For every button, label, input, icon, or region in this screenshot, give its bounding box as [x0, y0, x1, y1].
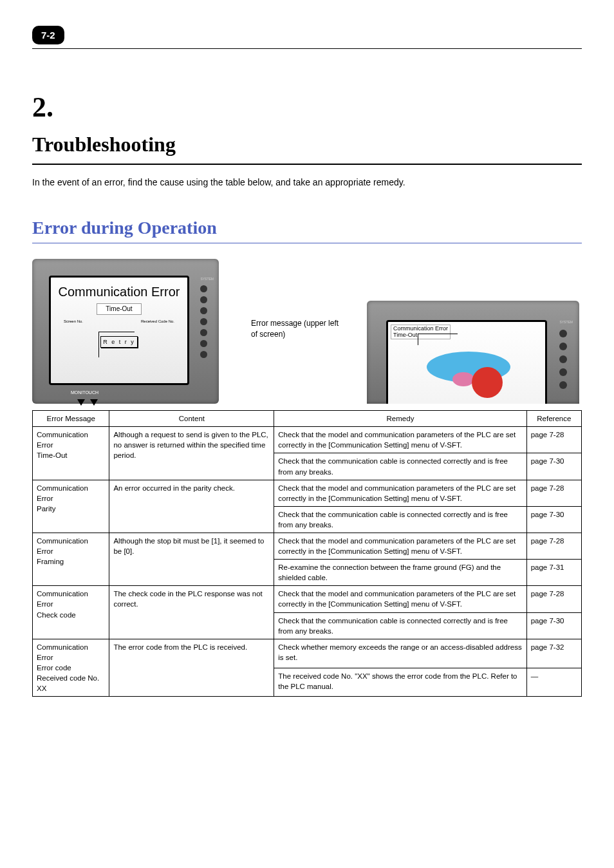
section-title: Error during Operation: [32, 215, 582, 243]
cell-error-message: Communication Error Check code: [33, 586, 109, 639]
chapter-block: 2. Troubleshooting In the event of an er…: [32, 88, 582, 189]
timeout-box: Time-Out: [97, 303, 142, 315]
th-error-message: Error Message: [33, 411, 109, 427]
callout-line-icon: [98, 332, 135, 357]
side-button-icon[interactable]: [559, 381, 567, 389]
table-row: Communication Error Error code Received …: [33, 639, 582, 668]
cell-remedy: Check that the communication cable is co…: [274, 453, 526, 480]
cell-remedy: Check that the model and communication p…: [274, 586, 526, 612]
side-button-icon[interactable]: [200, 351, 207, 358]
cell-reference: —: [526, 668, 581, 697]
cell-error-message: Communication Error Parity: [33, 480, 109, 533]
cell-reference: page 7-31: [526, 560, 581, 586]
device-right: Communication Error Time-Out SYSTEM: [367, 301, 579, 404]
chapter-number: 2.: [32, 88, 582, 127]
figures-row: Communication Error Time-Out Screen No. …: [32, 259, 582, 404]
chapter-intro: In the event of an error, find the cause…: [32, 176, 582, 189]
cell-content: An error occurred in the parity check.: [109, 480, 274, 533]
shape-ellipse-icon: [452, 372, 474, 386]
cell-content: Although a request to send is given to t…: [109, 427, 274, 480]
th-reference: Reference: [526, 411, 581, 427]
cell-remedy: Check whether memory exceeds the range o…: [274, 639, 526, 668]
cell-reference: page 7-30: [526, 453, 581, 480]
th-remedy: Remedy: [274, 411, 526, 427]
device-left-side-buttons: SYSTEM: [200, 277, 214, 358]
error-line-labels: Screen No. Received Code No.: [51, 319, 187, 324]
device-right-side-buttons: SYSTEM: [559, 320, 573, 389]
cell-reference: page 7-30: [526, 506, 581, 533]
th-content: Content: [109, 411, 274, 427]
cell-error-message: Communication Error Time-Out: [33, 427, 109, 480]
page-number-badge: 7-2: [32, 26, 64, 44]
device-left: Communication Error Time-Out Screen No. …: [32, 259, 219, 404]
cell-reference: page 7-28: [526, 586, 581, 612]
side-button-icon[interactable]: [559, 343, 567, 350]
side-button-icon[interactable]: [200, 329, 207, 336]
table-row: Communication Error Check code The check…: [33, 586, 582, 612]
page-header: 7-2: [32, 26, 582, 49]
cell-remedy: The received code No. "XX" shows the err…: [274, 668, 526, 697]
side-button-icon[interactable]: [200, 296, 207, 303]
device-left-screen: Communication Error Time-Out Screen No. …: [49, 276, 189, 385]
side-button-icon[interactable]: [559, 355, 567, 363]
received-code-label: Received Code No.: [141, 319, 174, 324]
cell-content: The check code in the PLC response was n…: [109, 586, 274, 639]
error-table: Error Message Content Remedy Reference C…: [32, 410, 582, 697]
figure-right: Communication Error Time-Out SYSTEM: [367, 301, 579, 404]
figure-caption: Error message (upper left of screen): [251, 318, 341, 340]
cell-reference: page 7-28: [526, 480, 581, 506]
side-button-icon[interactable]: [559, 368, 567, 376]
table-row: Communication Error Time-Out Although a …: [33, 427, 582, 453]
figure-left: Communication Error Time-Out Screen No. …: [32, 259, 219, 404]
cell-remedy: Check that the model and communication p…: [274, 427, 526, 453]
table-header-row: Error Message Content Remedy Reference: [33, 411, 582, 427]
table-row: Communication Error Parity An error occu…: [33, 480, 582, 506]
device-right-screen: Communication Error Time-Out: [386, 320, 547, 404]
side-button-icon[interactable]: [559, 330, 567, 337]
shape-circle-icon: [472, 367, 503, 398]
cell-remedy: Check that the communication cable is co…: [274, 506, 526, 533]
cell-reference: page 7-30: [526, 612, 581, 639]
system-label: SYSTEM: [559, 320, 573, 325]
screen-no-label: Screen No.: [64, 319, 83, 324]
side-button-icon[interactable]: [200, 318, 207, 325]
brand-label: MONITOUCH: [71, 390, 98, 396]
comm-error-heading: Communication Error: [51, 283, 187, 301]
cell-error-message: Communication Error Error code Received …: [33, 639, 109, 696]
cell-content: The error code from the PLC is received.: [109, 639, 274, 696]
cell-content: Although the stop bit must be [1], it se…: [109, 533, 274, 586]
side-button-icon[interactable]: [200, 307, 207, 314]
cell-remedy: Re-examine the connection between the fr…: [274, 560, 526, 586]
arrow-down-icon: [77, 399, 98, 406]
cell-remedy: Check that the model and communication p…: [274, 480, 526, 506]
cell-reference: page 7-28: [526, 427, 581, 453]
cell-reference: page 7-28: [526, 533, 581, 560]
cell-reference: page 7-32: [526, 639, 581, 668]
system-label: SYSTEM: [200, 277, 214, 281]
cell-remedy: Check that the communication cable is co…: [274, 612, 526, 639]
table-row: Communication Error Framing Although the…: [33, 533, 582, 560]
chapter-title: Troubleshooting: [32, 130, 582, 165]
callout-line-icon: [418, 334, 458, 345]
cell-remedy: Check that the model and communication p…: [274, 533, 526, 560]
cell-error-message: Communication Error Framing: [33, 533, 109, 586]
side-button-icon[interactable]: [200, 340, 207, 347]
side-button-icon[interactable]: [200, 285, 207, 292]
